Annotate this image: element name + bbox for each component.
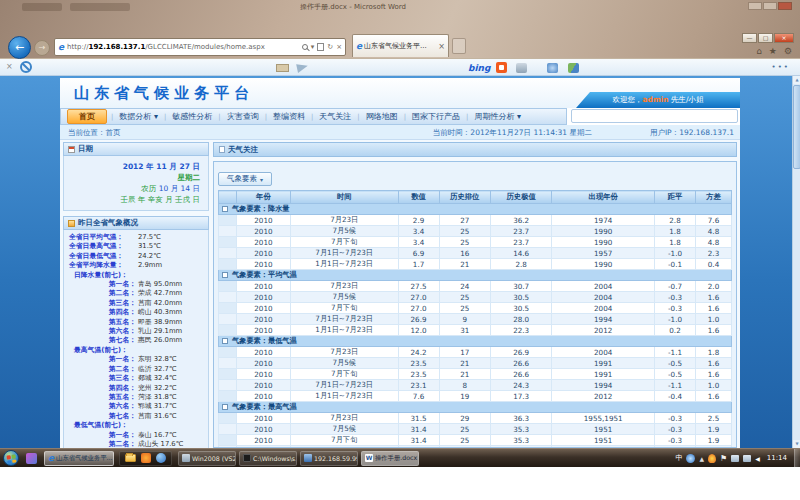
- bing-badge-icon[interactable]: [496, 62, 507, 73]
- table-header-0[interactable]: 年份: [236, 191, 290, 204]
- taskbar-clock[interactable]: 11:14: [767, 454, 787, 462]
- nav-item-6[interactable]: 网络地图: [360, 111, 404, 122]
- taskbar-ie-button[interactable]: e 山东省气候业务平...: [44, 451, 114, 466]
- table-row[interactable]: 20107月1日~7月23日26.9928.01994-1.01.0: [219, 314, 732, 325]
- table-row[interactable]: 20101月1日~7月23日7.61917.32012-0.41.6: [219, 391, 732, 402]
- favorites-star-icon[interactable]: ★: [769, 46, 777, 56]
- table-header-5[interactable]: 出现年份: [552, 191, 655, 204]
- table-group-row[interactable]: 气象要素：平均气温: [219, 270, 732, 281]
- nav-item-3[interactable]: 灾害查询: [221, 111, 265, 122]
- flame-app-icon[interactable]: [708, 454, 716, 463]
- app-orange-icon[interactable]: [141, 453, 151, 463]
- table-header-4[interactable]: 历史极值: [490, 191, 552, 204]
- bing-logo[interactable]: bing: [468, 63, 490, 73]
- compatibility-view-icon[interactable]: [317, 43, 324, 51]
- quick-launch-group: [119, 451, 172, 466]
- back-button[interactable]: ←: [8, 36, 31, 59]
- nav-item-1[interactable]: 数据分析 ▾: [113, 111, 164, 122]
- table-header-7[interactable]: 方差: [696, 191, 732, 204]
- table-row[interactable]: 20107月1日~7月23日23.1824.31994-1.11.0: [219, 380, 732, 391]
- table-row[interactable]: 20101月1日~7月23日12.03122.320120.21.6: [219, 325, 732, 336]
- table-row[interactable]: 20107月下旬27.02530.52004-0.31.6: [219, 303, 732, 314]
- table-header-6[interactable]: 距平: [655, 191, 696, 204]
- search-icon[interactable]: [302, 44, 308, 50]
- table-row[interactable]: 20107月23日31.52936.31955,1951-0.32.5: [219, 413, 732, 424]
- taskbar-button-0[interactable]: Win2008 (VS2...: [178, 451, 236, 466]
- addon-icon-3[interactable]: [568, 63, 579, 73]
- group-checkbox[interactable]: [222, 404, 228, 410]
- table-group-row[interactable]: 气象要素：最低气温: [219, 336, 732, 347]
- nav-item-0[interactable]: 首页: [67, 109, 107, 124]
- table-cell: 2012: [552, 391, 655, 402]
- volume-icon[interactable]: ◀: [755, 455, 760, 462]
- forward-button[interactable]: →: [34, 40, 50, 56]
- table-row[interactable]: 20107月下旬3.42523.719901.84.8: [219, 237, 732, 248]
- send-plane-icon[interactable]: [296, 62, 309, 73]
- scrollbar-thumb[interactable]: [793, 85, 800, 169]
- network-icon[interactable]: [731, 455, 739, 462]
- language-indicator[interactable]: 中: [675, 453, 682, 463]
- scroll-down-icon[interactable]: ▼: [793, 440, 800, 448]
- display-icon[interactable]: [743, 455, 751, 462]
- home-icon[interactable]: ⌂: [756, 46, 762, 56]
- tab-close-icon[interactable]: ×: [438, 42, 445, 51]
- table-row[interactable]: 20107月23日27.52430.72004-0.72.0: [219, 281, 732, 292]
- table-header-3[interactable]: 历史排位: [439, 191, 490, 204]
- minimize-button[interactable]: —: [742, 33, 757, 43]
- settings-gear-icon[interactable]: ⚙: [784, 46, 792, 56]
- table-group-row[interactable]: 气象要素：最高气温: [219, 402, 732, 413]
- table-row[interactable]: 20107月5候3.42523.719901.84.8: [219, 226, 732, 237]
- page-scrollbar[interactable]: ▲ ▼: [792, 76, 800, 448]
- dropdown-chevron-icon[interactable]: ▾: [311, 43, 315, 51]
- table-row[interactable]: 20107月1日~7月23日6.91614.61957-1.02.3: [219, 248, 732, 259]
- table-row[interactable]: 20101月1日~7月23日1.7212.81990-0.10.4: [219, 259, 732, 270]
- table-header-1[interactable]: 时间: [290, 191, 398, 204]
- toolbar-overflow-icon[interactable]: •••: [772, 63, 790, 71]
- app-blue-icon[interactable]: [156, 453, 166, 463]
- table-header-2[interactable]: 数值: [398, 191, 439, 204]
- table-row[interactable]: 20107月23日24.21726.92004-1.11.8: [219, 347, 732, 358]
- nav-item-8[interactable]: 周期性分析 ▾: [468, 111, 527, 122]
- browser-tab[interactable]: e 山东省气候业务平... ×: [352, 34, 449, 57]
- taskbar-button-1[interactable]: C:\Windows\s...: [239, 451, 297, 466]
- mail-icon[interactable]: [276, 64, 289, 72]
- action-center-flag-icon[interactable]: ⚑: [720, 454, 727, 463]
- close-button[interactable]: ×: [774, 33, 794, 43]
- blocked-sign-icon[interactable]: [20, 61, 32, 73]
- stop-icon[interactable]: ×: [336, 43, 342, 51]
- element-filter-button[interactable]: 气象要素▾: [218, 172, 272, 186]
- globe-icon[interactable]: [686, 454, 695, 463]
- start-button[interactable]: [3, 450, 19, 466]
- nav-item-4[interactable]: 整编资料: [267, 111, 311, 122]
- table-row[interactable]: 20107月5候31.42535.31951-0.31.9: [219, 424, 732, 435]
- address-bar[interactable]: e http://192.168.137.1/GLCCLIMATE/module…: [54, 38, 346, 56]
- table-row[interactable]: 20107月5候23.52126.61991-0.51.6: [219, 358, 732, 369]
- addon-icon-1[interactable]: [516, 63, 527, 73]
- hidden-icons-chevron[interactable]: ▲: [699, 455, 704, 462]
- maximize-button[interactable]: ▢: [758, 33, 773, 43]
- nav-item-5[interactable]: 天气关注: [313, 111, 357, 122]
- group-checkbox[interactable]: [222, 206, 228, 212]
- table-row[interactable]: 20107月下旬23.52126.61991-0.51.6: [219, 369, 732, 380]
- taskbar-button-2[interactable]: 192.168.59.99...: [300, 451, 358, 466]
- url-text[interactable]: http://192.168.137.1/GLCCLIMATE/modules/…: [67, 43, 299, 51]
- scroll-up-icon[interactable]: ▲: [793, 76, 800, 84]
- table-row[interactable]: 20107月5候27.02530.52004-0.31.6: [219, 292, 732, 303]
- table-row[interactable]: 20107月23日2.92736.219742.87.6: [219, 215, 732, 226]
- refresh-icon[interactable]: ↻: [327, 43, 333, 51]
- folder-icon[interactable]: [125, 454, 136, 462]
- table-row[interactable]: 20107月下旬31.42535.31951-0.31.9: [219, 435, 732, 446]
- close-toolbar-icon[interactable]: ×: [6, 62, 13, 71]
- show-desktop-button[interactable]: [794, 449, 800, 468]
- pinned-app-icon[interactable]: [26, 453, 37, 464]
- nav-side-box[interactable]: [571, 109, 738, 123]
- nav-item-2[interactable]: 敏感性分析: [166, 111, 218, 122]
- addon-icon-2[interactable]: [547, 63, 558, 73]
- group-checkbox[interactable]: [222, 338, 228, 344]
- row-select-cell: [219, 413, 237, 424]
- group-checkbox[interactable]: [222, 272, 228, 278]
- nav-item-7[interactable]: 国家下行产品: [406, 111, 466, 122]
- new-tab-button[interactable]: [452, 38, 466, 54]
- taskbar-button-3[interactable]: W操作手册.docx -...: [361, 451, 419, 466]
- table-group-row[interactable]: 气象要素：降水量: [219, 204, 732, 215]
